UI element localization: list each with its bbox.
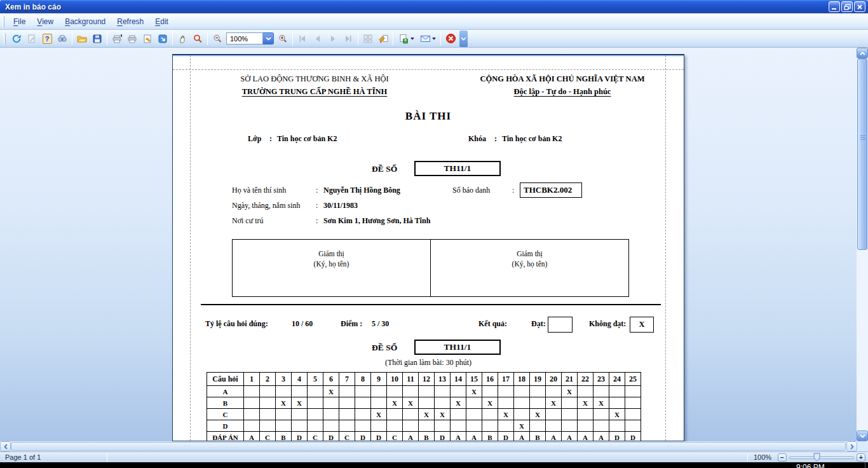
toolbar: ? 100% [0, 30, 868, 48]
shrink-to-fit-button[interactable] [155, 31, 170, 46]
chevron-right-icon [850, 444, 854, 450]
answer-row-label: A [207, 386, 244, 397]
find-icon [57, 34, 67, 44]
answer-cell [514, 409, 530, 420]
close-preview-button[interactable] [443, 31, 458, 46]
title-bar[interactable]: Xem in báo cáo [0, 0, 868, 13]
find-button[interactable] [55, 31, 70, 46]
answer-cell [339, 409, 355, 420]
vertical-scrollbar[interactable] [857, 48, 868, 441]
preview-area[interactable]: SỞ LAO ĐỘNG THƯƠNG BINH & XÃ HỘI TRƯỜNG … [0, 48, 857, 441]
zoom-out-slider-button[interactable]: − [778, 453, 787, 462]
restore-button[interactable] [841, 1, 853, 12]
field-row: Nơi cư trú:Sơn Kim 1, Hương Sơn, Hà Tĩnh [173, 216, 684, 228]
answer-cell [451, 386, 466, 397]
minimize-button[interactable] [829, 1, 840, 12]
menu-file[interactable]: File [8, 15, 31, 29]
zoom-in-button[interactable] [275, 31, 290, 46]
answer-key-cell: D [625, 432, 641, 442]
answer-cell [435, 420, 451, 432]
question-number: 10 [387, 373, 403, 386]
horizontal-scroll-thumb[interactable] [11, 442, 846, 451]
question-number: 23 [593, 373, 609, 386]
zoom-tool-button[interactable] [190, 31, 205, 46]
zoom-tool-icon [193, 34, 203, 44]
zoom-slider-thumb[interactable] [813, 453, 820, 463]
answer-cell [419, 386, 435, 397]
answer-cell [578, 386, 593, 397]
taskbar-strip: 9:06 PM [0, 462, 868, 468]
hand-tool-button[interactable] [175, 31, 190, 46]
answer-cell [546, 409, 562, 420]
zoom-out-button[interactable] [210, 31, 225, 46]
answer-cell [244, 409, 260, 420]
answer-cell [244, 420, 260, 432]
question-number: 18 [514, 373, 530, 386]
scroll-left-button[interactable] [0, 441, 11, 451]
answer-cell [371, 420, 387, 432]
answer-cell: X [387, 397, 403, 409]
answer-table: Câu hỏi123456789101112131415161718192021… [207, 372, 641, 441]
org-right-line1: CỘNG HÒA XÃ HỘI CHỦ NGHĨA VIỆT NAM [458, 72, 667, 85]
answer-cell [371, 397, 387, 409]
zoom-select-value[interactable]: 100% [226, 32, 263, 45]
answer-cell [355, 420, 371, 432]
print-button[interactable] [125, 31, 140, 46]
menu-edit[interactable]: Edit [149, 15, 174, 29]
zoom-select-arrow[interactable] [263, 32, 274, 45]
help-button[interactable]: ? [39, 31, 55, 46]
export-icon [398, 34, 409, 44]
answer-cell: X [292, 397, 308, 409]
question-number: 25 [625, 373, 641, 386]
menu-background[interactable]: Background [59, 15, 111, 29]
answer-key-cell: B [419, 432, 435, 442]
menu-refresh[interactable]: Refresh [111, 15, 149, 29]
vertical-scroll-thumb[interactable] [857, 59, 867, 250]
fail-mark: X [639, 320, 644, 329]
toolbar-overflow-button[interactable] [459, 31, 468, 47]
refresh-icon [11, 34, 22, 44]
answer-cell [562, 397, 578, 409]
print-options-button[interactable] [109, 31, 125, 46]
fail-label: Không đạt: [589, 319, 626, 329]
answer-cell: X [276, 397, 292, 409]
field-row: Ngày, tháng, năm sinh:30/11/1983 [173, 201, 684, 212]
score-value: 5 / 30 [372, 319, 389, 329]
close-button[interactable] [854, 1, 865, 12]
answer-cell: X [371, 409, 387, 420]
answer-key-cell: B [482, 432, 498, 442]
answer-cell [339, 386, 355, 397]
answer-cell: X [403, 397, 419, 409]
menu-view[interactable]: View [31, 15, 59, 29]
multiple-pages-icon [363, 34, 373, 44]
field-value: 30/11/1983 [323, 201, 358, 210]
background-color-button[interactable] [376, 31, 391, 46]
email-button[interactable] [417, 31, 438, 46]
zoom-in-slider-button[interactable]: + [857, 453, 865, 462]
page-setup-button[interactable] [140, 31, 155, 46]
first-page-button [295, 31, 310, 46]
answer-cell [625, 420, 641, 432]
pass-label: Đạt: [531, 319, 546, 329]
zoom-slider-track[interactable] [789, 457, 854, 459]
open-button[interactable] [74, 31, 90, 46]
save-button[interactable] [90, 31, 105, 46]
zoom-select[interactable]: 100% [226, 32, 274, 45]
time-note: (Thời gian làm bài: 30 phút) [173, 358, 684, 368]
answer-cell: X [323, 386, 339, 397]
question-number: 21 [562, 373, 578, 386]
export-dropdown-icon[interactable] [410, 38, 414, 40]
scroll-up-button[interactable] [857, 48, 868, 59]
scroll-right-button[interactable] [846, 441, 857, 451]
refresh-button[interactable] [9, 31, 24, 46]
ratio-label: Tỷ lệ câu hỏi đúng: [205, 319, 268, 329]
answer-cell: X [593, 397, 609, 409]
answer-cell [387, 420, 403, 432]
horizontal-scrollbar[interactable] [0, 441, 857, 451]
question-number: 12 [419, 373, 435, 386]
pass-box [548, 317, 573, 333]
scroll-down-button[interactable] [857, 430, 868, 441]
email-dropdown-icon[interactable] [432, 38, 436, 40]
answer-key-cell: B [530, 432, 546, 442]
export-button[interactable] [395, 31, 417, 46]
